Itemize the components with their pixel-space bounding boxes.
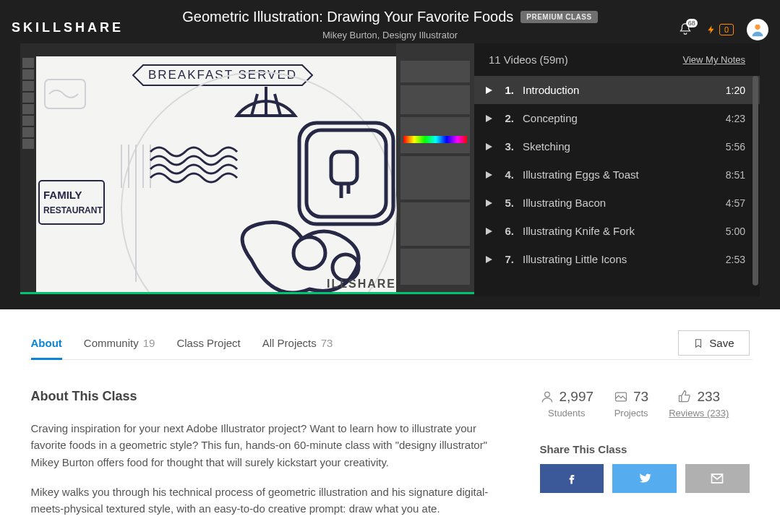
video-title: Introduction [523,84,717,96]
play-icon [486,228,492,235]
video-number: 4. [501,168,514,181]
play-icon [486,87,492,94]
play-icon [486,115,492,122]
video-duration: 8:51 [726,169,745,181]
video-duration: 1:20 [726,85,745,96]
svg-rect-5 [22,58,34,68]
video-duration: 4:57 [726,197,745,209]
svg-text:BREAKFAST SERVED: BREAKFAST SERVED [148,68,297,82]
facebook-icon [565,471,579,486]
video-number: 3. [501,140,514,153]
playlist-panel: 11 Videos (59m) View My Notes 1.Introduc… [474,43,760,296]
share-facebook-button[interactable] [540,464,604,493]
about-paragraph: Mikey walks you through his technical pr… [31,484,511,518]
about-paragraph: Craving inspiration for your next Adobe … [31,420,511,471]
svg-text:RESTAURANT: RESTAURANT [43,205,103,215]
svg-rect-15 [400,117,470,153]
play-icon [486,171,492,179]
svg-rect-16 [400,156,470,200]
video-title: Illustrating Bacon [523,197,717,209]
image-icon [614,390,628,404]
save-button[interactable]: Save [678,330,749,356]
svg-rect-8 [22,93,34,103]
about-heading: About This Class [31,389,511,404]
person-icon [540,390,554,404]
video-title: Illustrating Eggs & Toast [523,168,717,181]
playlist-item[interactable]: 5.Illustrating Bacon4:57 [474,189,760,217]
tab-about[interactable]: About [31,327,62,359]
playlist-summary: 11 Videos (59m) [489,53,568,66]
bookmark-icon [693,338,703,349]
playlist-item[interactable]: 6.Illustrating Knife & Fork5:00 [474,217,760,245]
view-notes-link[interactable]: View My Notes [683,54,745,65]
playlist-item[interactable]: 1.Introduction1:20 [474,76,760,104]
svg-rect-18 [400,249,470,285]
tab-class-project[interactable]: Class Project [176,327,240,359]
svg-rect-9 [22,104,34,114]
logo[interactable]: SKILLSHARE [12,20,124,35]
tab-all-projects[interactable]: All Projects73 [262,327,333,359]
svg-rect-7 [22,81,34,91]
video-number: 5. [501,197,514,209]
svg-point-43 [544,392,549,397]
svg-rect-10 [22,116,34,126]
svg-rect-11 [22,127,34,137]
email-icon [710,471,724,486]
tab-community[interactable]: Community19 [84,327,155,359]
class-title: Geometric Illustration: Drawing Your Fav… [182,9,513,25]
svg-point-0 [755,25,760,30]
points-count: 0 [719,24,734,35]
svg-rect-14 [400,85,470,114]
video-title: Concepting [523,112,717,124]
play-icon [486,143,492,150]
video-title: Sketching [523,140,717,153]
notifications-icon[interactable]: 68 [677,22,693,38]
points-indicator[interactable]: 0 [706,22,734,37]
svg-rect-20 [36,56,396,294]
svg-rect-13 [400,61,470,82]
svg-text:ILLSHARE: ILLSHARE [327,278,396,290]
svg-rect-17 [400,202,470,246]
svg-text:FAMILY: FAMILY [43,189,82,201]
video-number: 6. [501,225,514,237]
playlist-item[interactable]: 4.Illustrating Eggs & Toast8:51 [474,160,760,189]
video-duration: 5:00 [726,226,745,237]
video-title: Illustrating Little Icons [523,253,717,265]
header: SKILLSHARE Geometric Illustration: Drawi… [0,0,780,43]
stat-reviews[interactable]: 233 Reviews (233) [669,389,729,419]
video-title: Illustrating Knife & Fork [523,225,717,237]
video-player[interactable]: BREAKFAST SERVED FAMILY RESTAURANT [20,43,474,294]
playlist-item[interactable]: 2.Concepting4:23 [474,104,760,132]
scrollbar[interactable] [753,76,758,286]
stat-projects: 73 Projects [614,389,648,419]
thumbs-up-icon [677,390,692,404]
share-twitter-button[interactable] [612,464,677,493]
svg-rect-19 [403,136,467,143]
video-number: 2. [501,112,514,124]
svg-rect-3 [36,43,396,56]
share-email-button[interactable] [685,464,750,493]
playlist-item[interactable]: 3.Sketching5:56 [474,132,760,160]
svg-rect-12 [22,139,34,149]
premium-badge: PREMIUM CLASS [520,11,597,23]
tabs-row: About Community19 Class Project All Proj… [28,327,753,360]
play-icon [486,256,492,263]
play-icon [486,200,492,207]
share-heading: Share This Class [540,443,750,455]
svg-rect-6 [22,69,34,80]
twitter-icon [638,471,652,486]
video-duration: 5:56 [726,141,745,153]
video-number: 1. [501,84,514,96]
video-duration: 2:53 [726,254,745,265]
avatar[interactable] [747,19,768,40]
notif-count: 68 [686,19,698,27]
video-duration: 4:23 [726,113,745,124]
stat-students: 2,997 Students [540,389,594,419]
playlist-item[interactable]: 7.Illustrating Little Icons2:53 [474,245,760,273]
video-number: 7. [501,253,514,265]
